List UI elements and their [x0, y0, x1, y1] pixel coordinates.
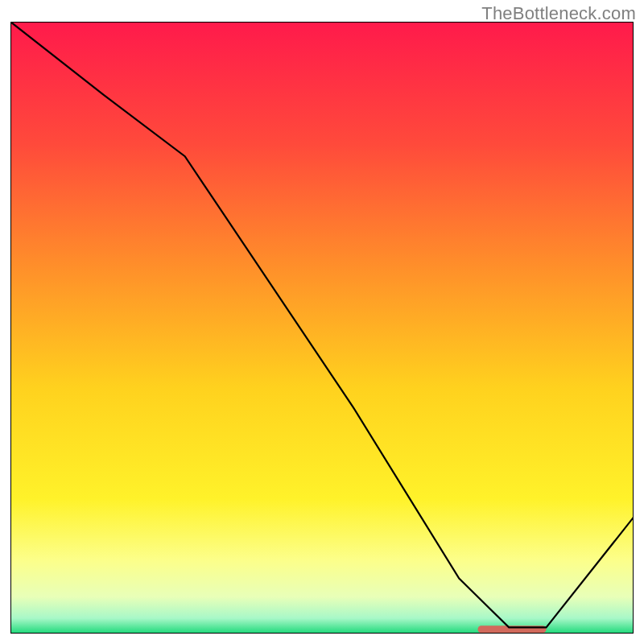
plot-area	[10, 22, 634, 634]
gradient-background	[10, 22, 634, 634]
chart-container: TheBottleneck.com	[0, 0, 644, 644]
bottleneck-chart	[10, 22, 634, 634]
